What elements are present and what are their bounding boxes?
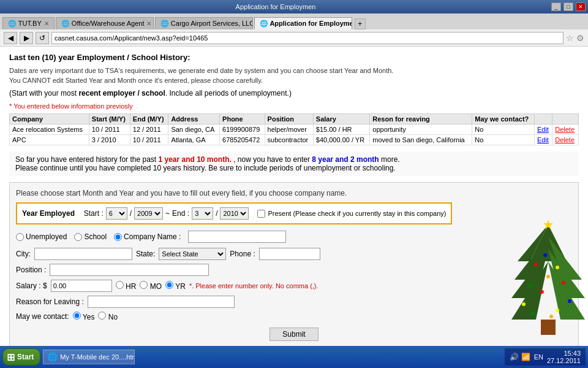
contact-row: May we contact: Yes No — [16, 312, 572, 321]
tab-cargo[interactable]: 🌐 Cargo Airport Services, LLC ✕ — [155, 17, 253, 29]
title-bar-text: Application for Employmen — [2, 3, 549, 10]
tab-application-label: 🌐 Application for Employmen — [260, 20, 352, 28]
col-position: Position — [265, 114, 313, 125]
status-message: So far you have entered history for the … — [9, 151, 579, 176]
phone-label: Phone : — [230, 250, 255, 258]
start-month-select[interactable]: 123456789101112 — [106, 207, 127, 220]
new-tab-button[interactable]: + — [355, 18, 366, 29]
col-company: Company — [10, 114, 89, 125]
start-label: Start : — [84, 209, 104, 218]
city-input[interactable] — [34, 248, 132, 260]
col-edit — [534, 114, 552, 125]
cell-contact: No — [472, 135, 535, 145]
state-select[interactable]: Select State AlabamaAlaskaArizonaCalifor… — [159, 248, 226, 260]
radio-mo-text: MO — [150, 282, 162, 291]
contact-no-radio[interactable] — [98, 312, 106, 320]
refresh-button[interactable]: ↺ — [36, 32, 49, 44]
maximize-button[interactable]: □ — [564, 2, 573, 11]
contact-yes-label[interactable]: Yes — [73, 312, 95, 321]
start-button[interactable]: ⊞ Start — [2, 348, 40, 366]
tab-tutby-close[interactable]: ✕ — [44, 20, 49, 27]
required-note: * You entered below information previosl… — [9, 102, 579, 110]
table-row: Ace relocation Systems 10 / 2011 12 / 20… — [10, 125, 579, 135]
tilde: ~ — [165, 209, 170, 218]
submit-button[interactable]: Submit — [270, 328, 318, 341]
phone-input[interactable] — [259, 248, 320, 260]
tab-application[interactable]: 🌐 Application for Employmen ✕ — [254, 17, 352, 29]
radio-hr-text: HR — [126, 282, 136, 291]
radio-yr-text: YR — [175, 282, 186, 291]
col-reason: Reson for reaving — [370, 114, 472, 125]
cell-phone: 6785205472 — [220, 135, 265, 145]
radio-company-label[interactable]: Company Name : — [114, 232, 181, 241]
radio-school-label[interactable]: School — [74, 232, 107, 241]
form-section-title: Please choose start Month and Year and y… — [16, 189, 572, 197]
present-checkbox[interactable] — [257, 210, 265, 218]
position-input[interactable] — [50, 264, 209, 276]
end-month-select[interactable]: 123456789101112 — [192, 207, 213, 220]
end-year-select[interactable]: 20082009201020112012 — [220, 207, 249, 220]
tray-icons: 🔊 📶 — [510, 353, 530, 361]
history-table: Company Start (M/Y) End (M/Y) Address Ph… — [9, 113, 579, 145]
contact-label: May we contact: — [16, 312, 69, 321]
edit-link[interactable]: Edit — [537, 126, 549, 133]
end-label: End : — [172, 209, 189, 218]
contact-yes-radio[interactable] — [73, 312, 81, 320]
minimize-button[interactable]: _ — [551, 2, 561, 11]
cell-company: APC — [10, 135, 89, 145]
delete-link[interactable]: Delete — [555, 136, 575, 144]
status-line2: Please continue until you have completed… — [15, 164, 396, 172]
salary-input[interactable] — [51, 280, 112, 292]
city-state-phone-row: City: State: Select State AlabamaAlaskaA… — [16, 248, 572, 260]
tab-office[interactable]: 🌐 Office/Warehouse Agent ✕ — [56, 17, 154, 29]
back-button[interactable]: ◀ — [4, 32, 17, 44]
radio-yr[interactable] — [165, 281, 173, 289]
radio-school[interactable] — [74, 233, 82, 241]
radio-yr-label[interactable]: YR — [165, 281, 186, 291]
start-button-label: Start — [17, 353, 34, 361]
tray-clock: 15:43 27.12.2011 — [547, 350, 581, 364]
title-bar: Application for Employmen _ □ ✕ — [0, 0, 588, 13]
tab-tutby[interactable]: 🌐 TUT.BY ✕ — [2, 17, 55, 29]
address-bar[interactable] — [51, 32, 564, 44]
page-title: Last ten (10) year Employment / School H… — [9, 53, 579, 62]
company-name-input[interactable] — [188, 231, 286, 243]
col-start: Start (M/Y) — [89, 114, 130, 125]
taskbar-item-tmobile[interactable]: 🌐 My T-Mobile dec 20....htm ▼ — [43, 350, 135, 364]
col-contact: May we contact? — [472, 114, 535, 125]
radio-unemployed[interactable] — [16, 233, 24, 241]
reason-row: Reason for Leaving : — [16, 296, 572, 308]
cell-contact: No — [472, 125, 535, 135]
salary-label: Salary : $ — [16, 282, 47, 290]
status-part3: more. — [381, 155, 400, 164]
start-year-select[interactable]: 20072008200920102011 — [134, 207, 163, 220]
status-highlight1: 1 year and 10 month. — [158, 155, 231, 164]
close-button[interactable]: ✕ — [576, 2, 586, 11]
forward-button[interactable]: ▶ — [20, 32, 33, 44]
tab-office-close[interactable]: ✕ — [146, 20, 151, 27]
radio-company-text: Company Name : — [124, 232, 181, 241]
radio-hr-label[interactable]: HR — [116, 281, 137, 291]
salary-row: Salary : $ HR MO YR *. Please enter numb… — [16, 280, 572, 292]
cell-address: Atlanta, GA — [168, 135, 220, 145]
radio-hr[interactable] — [116, 281, 124, 289]
favorites-icon[interactable]: ☆ — [566, 33, 574, 43]
section-label: (Start with your most recent employer / … — [9, 89, 579, 98]
edit-link[interactable]: Edit — [537, 136, 549, 144]
slash1: / — [130, 209, 132, 218]
radio-company[interactable] — [114, 233, 122, 241]
radio-unemployed-text: Unemployed — [26, 232, 67, 241]
tools-icon[interactable]: ⚙ — [576, 33, 584, 43]
contact-no-label[interactable]: No — [98, 312, 118, 321]
city-label: City: — [16, 250, 31, 258]
tab-tutby-label: 🌐 TUT.BY — [8, 20, 42, 28]
tab-cargo-label: 🌐 Cargo Airport Services, LLC — [160, 20, 253, 28]
radio-mo[interactable] — [140, 281, 148, 289]
reason-input[interactable] — [88, 296, 235, 308]
cell-position: subcontractor — [265, 135, 313, 145]
col-address: Address — [168, 114, 220, 125]
radio-mo-label[interactable]: MO — [140, 281, 162, 291]
delete-link[interactable]: Delete — [555, 126, 575, 133]
status-part2: , now you have to enter — [233, 155, 312, 164]
radio-unemployed-label[interactable]: Unemployed — [16, 232, 67, 241]
